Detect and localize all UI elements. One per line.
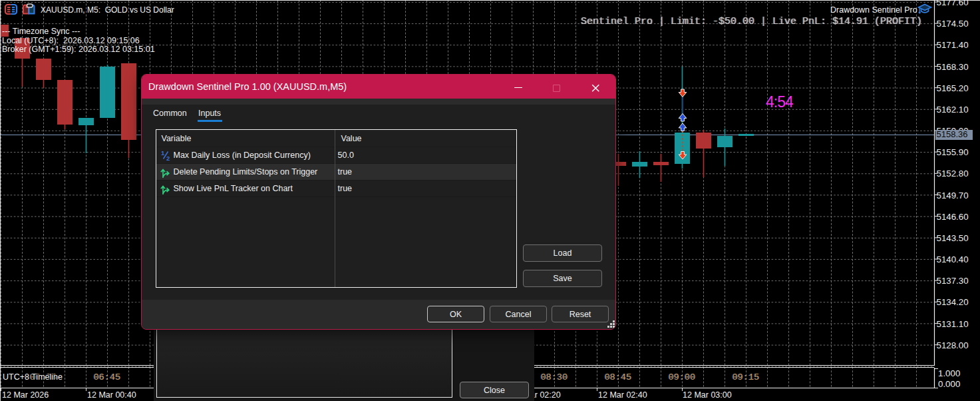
- svg-text:1: 1: [161, 150, 165, 157]
- svg-text:2: 2: [166, 155, 170, 161]
